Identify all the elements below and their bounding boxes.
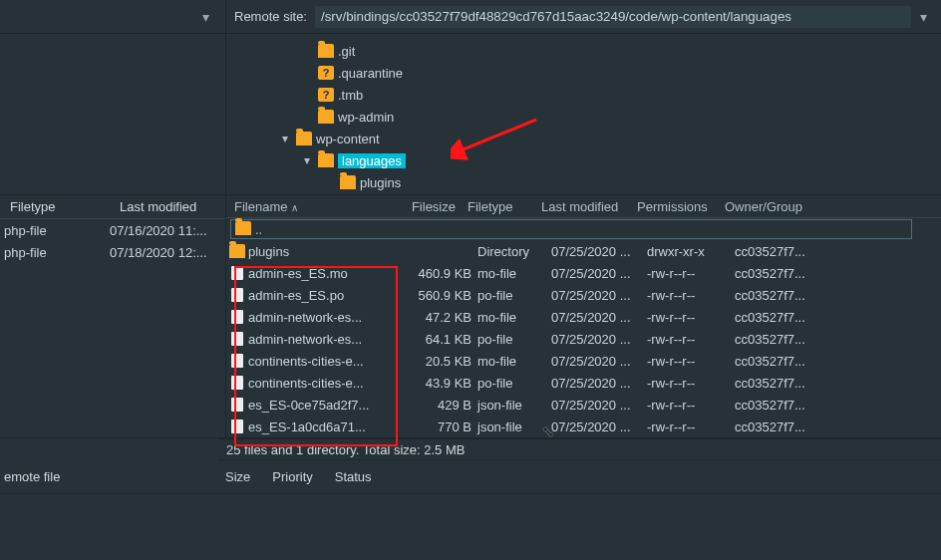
table-row[interactable]: admin-es_ES.po560.9 KBpo-file07/25/2020 … [226,284,941,306]
expander-icon[interactable]: ▾ [278,132,292,145]
parent-directory-row[interactable]: .. [230,219,912,239]
col-priority[interactable]: Priority [272,469,312,484]
cell-filename: admin-network-es... [248,310,400,325]
local-column-headers: Filetype Last modified [0,195,225,219]
table-row[interactable]: es_ES-0ce75ad2f7...429 Bjson-file07/25/2… [226,394,941,416]
cell-modified: 07/25/2020 ... [551,398,647,413]
unknown-folder-icon: ? [318,66,334,80]
cell-modified: 07/25/2020 ... [551,310,647,325]
remote-site-label: Remote site: [226,9,315,24]
remote-file-list[interactable]: Filename ∧ Filesize Filetype Last modifi… [226,195,941,437]
col-remote-file[interactable]: emote file [4,469,203,484]
col-filetype[interactable]: Filetype [4,199,114,214]
col-status[interactable]: Status [335,469,372,484]
col-permissions[interactable]: Permissions [631,199,719,214]
local-site-dropdown[interactable]: ▾ [0,0,226,33]
tree-item[interactable]: wp-admin [226,106,406,128]
folder-icon [296,132,312,145]
tree-item[interactable]: plugins [226,171,406,193]
cell-permissions: -rw-r--r-- [647,398,735,413]
cell-filesize: 429 B [400,398,477,413]
cell-owner: cc03527f7... [735,354,824,369]
cell-filetype: mo-file [477,266,551,281]
cell-modified: 07/25/2020 ... [551,266,647,281]
cell-permissions: -rw-r--r-- [647,332,735,347]
file-icon [231,288,243,302]
cell-filetype: mo-file [477,354,551,369]
remote-path-input[interactable] [315,6,911,28]
cell-owner: cc03527f7... [735,376,824,391]
remote-column-headers: Filename ∧ Filesize Filetype Last modifi… [226,195,941,218]
col-filetype[interactable]: Filetype [462,199,535,214]
cell-owner: cc03527f7... [735,398,824,413]
cell-owner: cc03527f7... [735,288,824,303]
table-row[interactable]: admin-network-es...47.2 KBmo-file07/25/2… [226,306,941,328]
file-icon [231,266,243,280]
cell-modified: 07/25/2020 ... [551,288,647,303]
table-row[interactable]: admin-es_ES.mo460.9 KBmo-file07/25/2020 … [226,262,941,284]
table-row[interactable]: continents-cities-e...43.9 KBpo-file07/2… [226,372,941,394]
chevron-down-icon[interactable]: ▾ [194,9,217,25]
cell-modified: 07/25/2020 ... [551,420,647,434]
cell-filetype: po-file [477,288,551,303]
expander-icon[interactable]: ▾ [300,153,314,167]
tree-item[interactable]: .git [226,40,406,62]
cell-filesize: 20.5 KB [400,354,477,369]
file-icon [231,332,243,346]
cell-permissions: -rw-r--r-- [647,420,735,434]
chevron-down-icon[interactable]: ▾ [912,9,935,25]
folder-icon [318,153,334,167]
table-row[interactable]: es_ES-1a0cd6a71...770 Bjson-file07/25/20… [226,416,941,437]
remote-site-bar: ▾ Remote site: ▾ [0,0,941,34]
remote-status-bar: 25 files and 1 directory. Total size: 2.… [218,438,941,460]
cell-filename: admin-es_ES.mo [248,266,400,281]
tree-item[interactable]: ▾languages [226,149,406,171]
cell-owner: cc03527f7... [735,420,824,434]
cell-filesize: 770 B [400,420,477,434]
cell-owner: cc03527f7... [735,266,824,281]
transfer-queue-headers: emote file Size Priority Status [0,460,941,494]
col-last-modified[interactable]: Last modified [535,199,631,214]
col-owner-group[interactable]: Owner/Group [719,199,808,214]
updir-label: .. [255,222,262,237]
tree-item[interactable]: ?.tmb [226,84,406,106]
tree-item-label: .git [338,44,355,59]
status-summary: 25 files and 1 directory. Total size: 2.… [226,442,465,457]
col-filename[interactable]: Filename ∧ [226,199,400,214]
col-size[interactable]: Size [225,469,250,484]
remote-tree-panel[interactable]: .git?.quarantine?.tmbwp-admin▾wp-content… [226,34,406,194]
col-filesize[interactable]: Filesize [400,199,462,214]
list-item[interactable]: php-file07/16/2020 11:... [0,219,225,241]
unknown-folder-icon: ? [318,88,334,102]
tree-item-label: wp-admin [338,110,394,125]
folder-icon [318,44,334,58]
cell-filename: continents-cities-e... [248,354,400,369]
cell-filesize: 43.9 KB [400,376,477,391]
cell-filename: plugins [248,244,400,259]
cell-filesize: 64.1 KB [400,332,477,347]
local-tree-panel[interactable] [0,34,226,194]
file-icon [231,420,243,433]
list-item[interactable]: php-file07/18/2020 12:... [0,241,225,263]
cell-filesize: 460.9 KB [400,266,477,281]
cell-filetype: Directory [477,244,551,259]
cell-filename: admin-es_ES.po [248,288,400,303]
table-row[interactable]: continents-cities-e...20.5 KBmo-file07/2… [226,350,941,372]
tree-item[interactable]: ?.quarantine [226,62,406,84]
folder-icon [340,175,356,189]
cell-permissions: drwxr-xr-x [647,244,735,259]
cell-modified: 07/25/2020 ... [551,376,647,391]
cell-filetype: mo-file [477,310,551,325]
file-icon [231,310,243,324]
table-row[interactable]: admin-network-es...64.1 KBpo-file07/25/2… [226,328,941,350]
file-icon [231,398,243,412]
cell-permissions: -rw-r--r-- [647,266,735,281]
sort-asc-icon: ∧ [291,202,298,213]
cell-modified: 07/25/2020 ... [551,332,647,347]
tree-item[interactable]: ▾wp-content [226,128,406,149]
table-row[interactable]: pluginsDirectory07/25/2020 ...drwxr-xr-x… [226,240,941,262]
col-last-modified[interactable]: Last modified [114,199,202,214]
cell-permissions: -rw-r--r-- [647,288,735,303]
local-file-list[interactable]: Filetype Last modified php-file07/16/202… [0,195,226,437]
tree-item-label: .quarantine [338,66,403,81]
